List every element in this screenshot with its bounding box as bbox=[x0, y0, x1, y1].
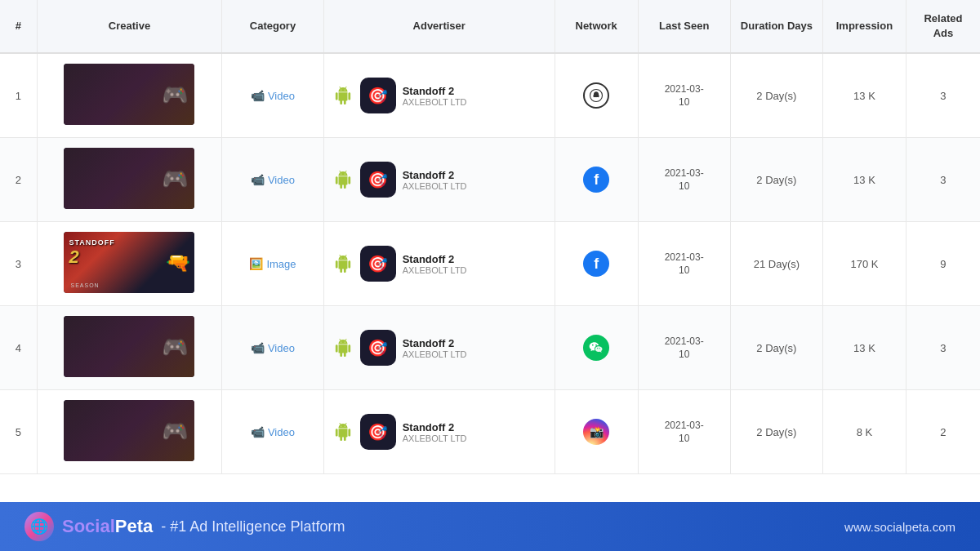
creative-cell: 🎮 bbox=[37, 390, 221, 474]
duration-value: 2 Day(s) bbox=[756, 90, 796, 102]
advertiser-name: Standoff 2 bbox=[403, 169, 467, 181]
impression-cell: 8 K bbox=[823, 390, 906, 474]
col-impression: Impression bbox=[823, 0, 906, 53]
last-seen-cell: 2021-03-10 bbox=[638, 53, 730, 138]
advertiser-app-icon: 🎯 bbox=[360, 78, 396, 113]
table-body: 1 🎮 📹 Video 🎯 Standoff 2 AXLEBOLT LTD bbox=[0, 53, 980, 474]
table-row: 3 🔫 STANDOFF 2 SEASON 🖼️ Image 🎯 bbox=[0, 222, 980, 306]
android-icon bbox=[334, 171, 352, 189]
advertiser-details: Standoff 2 AXLEBOLT LTD bbox=[403, 85, 467, 107]
impression-value: 13 K bbox=[853, 90, 875, 102]
creative-cell: 🎮 bbox=[37, 53, 221, 138]
last-seen-cell: 2021-03-10 bbox=[638, 306, 730, 390]
related-ads-cell: 9 bbox=[906, 222, 980, 306]
advertiser-info-container: 🎯 Standoff 2 AXLEBOLT LTD bbox=[334, 330, 545, 366]
advertiser-subtitle: AXLEBOLT LTD bbox=[403, 265, 467, 275]
advertiser-info-container: 🎯 Standoff 2 AXLEBOLT LTD bbox=[334, 78, 545, 113]
image-icon: 🖼️ bbox=[249, 257, 263, 270]
android-icon bbox=[334, 423, 352, 441]
advertiser-icon-char: 🎯 bbox=[368, 86, 388, 105]
duration-cell: 21 Day(s) bbox=[730, 222, 822, 306]
creative-thumbnail[interactable]: 🎮 bbox=[64, 316, 194, 377]
duration-cell: 2 Day(s) bbox=[730, 138, 822, 222]
category-cell: 📹 Video bbox=[222, 53, 324, 138]
table-header: # Creative Category Advertiser Network L… bbox=[0, 0, 980, 53]
network-icon-snapchat bbox=[583, 82, 609, 109]
category-label: Video bbox=[268, 90, 295, 102]
table-row: 1 🎮 📹 Video 🎯 Standoff 2 AXLEBOLT LTD bbox=[0, 53, 980, 138]
row-number: 1 bbox=[16, 90, 21, 102]
category-label: Video bbox=[268, 426, 295, 438]
advertiser-icon-char: 🎯 bbox=[368, 422, 388, 442]
last-seen-value: 2021-03-10 bbox=[665, 420, 704, 445]
col-num: # bbox=[0, 0, 37, 53]
network-icon-facebook: f bbox=[583, 167, 609, 193]
advertiser-name: Standoff 2 bbox=[403, 337, 467, 349]
advertiser-subtitle: AXLEBOLT LTD bbox=[403, 97, 467, 107]
android-icon bbox=[334, 255, 352, 273]
col-last-seen: Last Seen bbox=[638, 0, 730, 53]
category-cell: 📹 Video bbox=[222, 138, 324, 222]
footer-bar: 🌐 SocialPeta - #1 Ad Intelligence Platfo… bbox=[0, 502, 980, 551]
android-icon bbox=[334, 339, 352, 357]
creative-thumbnail[interactable]: 🎮 bbox=[64, 400, 194, 461]
row-number: 2 bbox=[16, 174, 21, 186]
related-ads-value: 3 bbox=[940, 90, 946, 102]
category-cell: 📹 Video bbox=[222, 306, 324, 390]
duration-cell: 2 Day(s) bbox=[730, 53, 822, 138]
advertiser-subtitle: AXLEBOLT LTD bbox=[403, 181, 467, 191]
category-label: Video bbox=[268, 174, 295, 186]
related-ads-value: 2 bbox=[940, 426, 946, 438]
impression-cell: 13 K bbox=[823, 306, 906, 390]
impression-cell: 170 K bbox=[823, 222, 906, 306]
row-num-cell: 3 bbox=[0, 222, 37, 306]
advertiser-details: Standoff 2 AXLEBOLT LTD bbox=[403, 253, 467, 275]
advertiser-cell: 🎯 Standoff 2 AXLEBOLT LTD bbox=[323, 390, 555, 474]
impression-value: 13 K bbox=[853, 174, 875, 186]
category-badge: 📹 Video bbox=[251, 341, 295, 354]
category-cell: 🖼️ Image bbox=[222, 222, 324, 306]
creative-thumbnail[interactable]: 🎮 bbox=[64, 64, 194, 125]
related-ads-value: 3 bbox=[940, 342, 946, 354]
col-duration: Duration Days bbox=[730, 0, 822, 53]
android-icon bbox=[334, 87, 352, 104]
row-num-cell: 1 bbox=[0, 53, 37, 138]
network-icon-wechat bbox=[583, 335, 609, 361]
creative-thumbnail[interactable]: 🔫 STANDOFF 2 SEASON bbox=[64, 232, 194, 293]
advertiser-details: Standoff 2 AXLEBOLT LTD bbox=[403, 337, 467, 359]
category-cell: 📹 Video bbox=[222, 390, 324, 474]
related-ads-cell: 3 bbox=[906, 306, 980, 390]
footer-url: www.socialpeta.com bbox=[844, 520, 956, 534]
video-icon: 📹 bbox=[251, 173, 265, 186]
ads-table: # Creative Category Advertiser Network L… bbox=[0, 0, 980, 474]
network-cell bbox=[555, 306, 638, 390]
network-icon-facebook: f bbox=[583, 251, 609, 277]
impression-value: 13 K bbox=[853, 342, 875, 354]
row-number: 4 bbox=[16, 342, 21, 354]
row-num-cell: 4 bbox=[0, 306, 37, 390]
advertiser-info-container: 🎯 Standoff 2 AXLEBOLT LTD bbox=[334, 162, 545, 198]
advertiser-details: Standoff 2 AXLEBOLT LTD bbox=[403, 169, 467, 191]
creative-cell: 🎮 bbox=[37, 306, 221, 390]
category-label: Image bbox=[266, 258, 296, 270]
advertiser-subtitle: AXLEBOLT LTD bbox=[403, 433, 467, 443]
category-badge: 📹 Video bbox=[251, 89, 295, 102]
footer-logo: 🌐 bbox=[24, 512, 54, 541]
network-cell: 📸 bbox=[555, 390, 638, 474]
video-icon: 📹 bbox=[251, 425, 265, 438]
impression-cell: 13 K bbox=[823, 138, 906, 222]
network-cell: f bbox=[555, 138, 638, 222]
footer-brand: 🌐 SocialPeta - #1 Ad Intelligence Platfo… bbox=[24, 512, 345, 541]
main-table-container: # Creative Category Advertiser Network L… bbox=[0, 0, 980, 502]
last-seen-cell: 2021-03-10 bbox=[638, 138, 730, 222]
creative-thumbnail[interactable]: 🎮 bbox=[64, 148, 194, 209]
row-number: 5 bbox=[16, 426, 21, 438]
advertiser-subtitle: AXLEBOLT LTD bbox=[403, 349, 467, 359]
row-num-cell: 5 bbox=[0, 390, 37, 474]
category-badge: 📹 Video bbox=[251, 425, 295, 438]
advertiser-cell: 🎯 Standoff 2 AXLEBOLT LTD bbox=[323, 222, 555, 306]
advertiser-icon-char: 🎯 bbox=[368, 170, 388, 189]
advertiser-app-icon: 🎯 bbox=[360, 162, 396, 198]
advertiser-app-icon: 🎯 bbox=[360, 246, 396, 282]
logo-icon: 🌐 bbox=[30, 518, 48, 535]
